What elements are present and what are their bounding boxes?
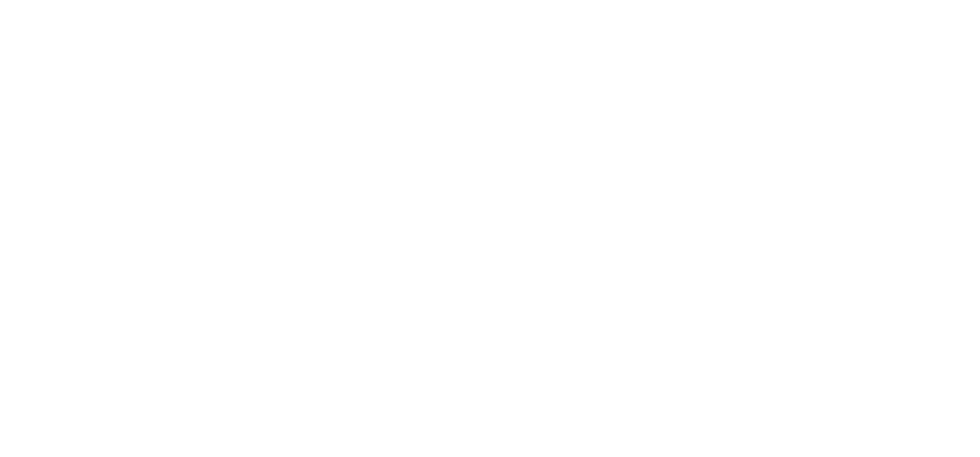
uml-diagram [0,0,980,457]
